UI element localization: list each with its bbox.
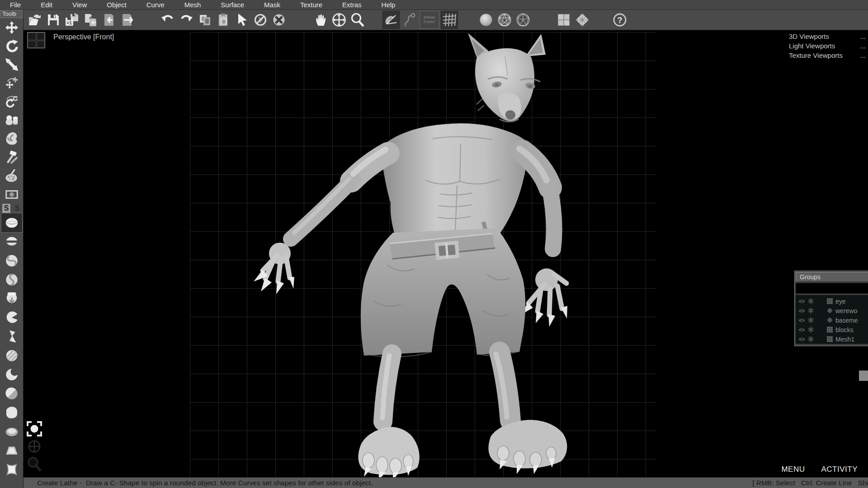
group-row-baseme[interactable]: baseme bbox=[798, 315, 868, 325]
symmetry-toggle-left[interactable]: S bbox=[2, 204, 10, 213]
freeze-asterisk-icon[interactable] bbox=[808, 327, 814, 333]
viewport-list-more-button[interactable]: ... bbox=[860, 33, 866, 40]
groups-filter-input[interactable] bbox=[796, 283, 868, 294]
redo-button[interactable] bbox=[178, 11, 195, 29]
deselect-button[interactable] bbox=[252, 11, 269, 29]
delete-button[interactable] bbox=[270, 11, 288, 29]
undo-button[interactable] bbox=[159, 11, 176, 29]
shape-tool-cap-extrude[interactable] bbox=[1, 289, 22, 308]
quad-view-button[interactable] bbox=[555, 11, 572, 29]
tool-camera-view[interactable] bbox=[1, 185, 22, 203]
menu-extras[interactable]: Extras bbox=[332, 1, 372, 9]
import-button[interactable] bbox=[100, 11, 118, 29]
menu-surface[interactable]: Surface bbox=[211, 1, 254, 9]
tool-primitives[interactable] bbox=[1, 111, 22, 129]
viewport-list-texture-viewports[interactable]: Texture Viewports ... bbox=[789, 51, 866, 60]
quad-view-toggle[interactable] bbox=[27, 32, 45, 48]
shape-tool-pillow[interactable] bbox=[1, 460, 22, 479]
focus-target-button[interactable] bbox=[26, 420, 43, 439]
freeze-asterisk-icon[interactable] bbox=[808, 336, 814, 342]
toolbox-tab[interactable]: Toolb bbox=[0, 10, 23, 18]
diamond-view-button[interactable] bbox=[574, 11, 591, 29]
tool-smear[interactable] bbox=[1, 129, 22, 148]
paste-button[interactable] bbox=[215, 11, 232, 29]
pan-view-button[interactable] bbox=[27, 439, 42, 455]
viewport-3d[interactable]: Perspective [Front] 3D Viewports ... Lig… bbox=[24, 30, 868, 477]
visibility-eye-icon[interactable] bbox=[798, 299, 806, 304]
shape-tool-merge-blend[interactable] bbox=[1, 384, 22, 403]
group-row-blocks[interactable]: blocks bbox=[798, 325, 868, 334]
tool-move[interactable] bbox=[1, 18, 22, 37]
shaded-sphere-button[interactable] bbox=[477, 11, 495, 29]
angle-measure-button[interactable] bbox=[382, 11, 400, 29]
viewport-list-light-viewports[interactable]: Light Viewports ... bbox=[789, 41, 866, 51]
shape-tool-split-sphere[interactable] bbox=[1, 232, 22, 251]
copy-button[interactable] bbox=[196, 11, 213, 29]
symmetry-toggle-right[interactable]: S bbox=[13, 204, 21, 213]
menu-button[interactable]: MENU bbox=[781, 465, 805, 474]
wireframe-sphere-2-button[interactable] bbox=[514, 11, 532, 29]
freeze-asterisk-icon[interactable] bbox=[808, 308, 814, 314]
menu-help[interactable]: Help bbox=[372, 1, 406, 9]
freeze-asterisk-icon[interactable] bbox=[808, 298, 814, 304]
visibility-eye-icon[interactable] bbox=[798, 308, 806, 314]
tool-soft-rotate[interactable] bbox=[1, 92, 22, 111]
side-scrollbar-handle[interactable] bbox=[859, 371, 868, 381]
wireframe-sphere-button[interactable] bbox=[496, 11, 513, 29]
move-view-button[interactable] bbox=[330, 11, 348, 29]
menu-edit[interactable]: Edit bbox=[31, 1, 62, 9]
group-label[interactable]: blocks bbox=[835, 326, 854, 333]
menu-mask[interactable]: Mask bbox=[254, 1, 290, 9]
shape-tool-noise-blob[interactable] bbox=[1, 346, 22, 365]
menu-view[interactable]: View bbox=[62, 1, 97, 9]
group-label[interactable]: Mesh1 bbox=[835, 336, 854, 343]
open-button[interactable] bbox=[26, 11, 43, 29]
groups-panel-title[interactable]: Groups bbox=[796, 272, 868, 282]
visibility-eye-icon[interactable] bbox=[798, 327, 806, 333]
help-button[interactable]: ? bbox=[611, 11, 628, 29]
draw-point-button[interactable]: DRAW POINT bbox=[420, 11, 439, 29]
group-row-eye[interactable]: eye bbox=[798, 296, 868, 306]
pan-button[interactable] bbox=[312, 11, 329, 29]
shape-tool-bend-ribbon[interactable] bbox=[1, 327, 22, 346]
group-label[interactable]: eye bbox=[835, 298, 846, 305]
shape-tool-disc[interactable] bbox=[1, 422, 22, 441]
zoom-view-button[interactable] bbox=[349, 11, 366, 29]
shape-tool-cut-wedge[interactable] bbox=[1, 308, 22, 327]
draw-curve-button[interactable] bbox=[401, 11, 418, 29]
menu-mesh[interactable]: Mesh bbox=[175, 1, 211, 9]
export-button[interactable] bbox=[119, 11, 136, 29]
werewolf-model[interactable] bbox=[252, 30, 577, 477]
shape-tool-bite[interactable] bbox=[1, 365, 22, 384]
menu-file[interactable]: File bbox=[0, 1, 31, 9]
group-label[interactable]: baseme bbox=[835, 317, 858, 324]
activity-button[interactable]: ACTIVITY bbox=[821, 465, 858, 474]
shape-tool-lathe[interactable] bbox=[1, 213, 22, 232]
shape-tool-twist-2[interactable] bbox=[1, 270, 22, 289]
menu-curve[interactable]: Curve bbox=[137, 1, 175, 9]
viewport-list-more-button[interactable]: ... bbox=[860, 52, 866, 59]
shape-tool-twist[interactable] bbox=[1, 251, 22, 270]
viewport-list-more-button[interactable]: ... bbox=[860, 42, 866, 50]
freeze-asterisk-icon[interactable] bbox=[808, 317, 814, 323]
select-button[interactable] bbox=[233, 11, 250, 29]
visibility-eye-icon[interactable] bbox=[798, 337, 806, 342]
visibility-eye-icon[interactable] bbox=[798, 318, 806, 323]
save-increment-button[interactable]: +1 bbox=[63, 11, 80, 29]
save-button[interactable] bbox=[45, 11, 62, 29]
shape-tool-blob[interactable] bbox=[1, 403, 22, 422]
group-row-mesh1[interactable]: Mesh1 bbox=[798, 334, 868, 344]
shape-tool-taper[interactable] bbox=[1, 441, 22, 460]
grid-snap-button[interactable] bbox=[441, 11, 458, 29]
tool-paint[interactable] bbox=[1, 166, 22, 185]
tool-hard-tools[interactable] bbox=[1, 148, 22, 166]
group-label[interactable]: werewo bbox=[835, 307, 857, 314]
tool-rotate[interactable] bbox=[1, 37, 22, 55]
menu-object[interactable]: Object bbox=[97, 1, 136, 9]
export-merge-button[interactable] bbox=[82, 11, 99, 29]
group-row-werewo[interactable]: werewo bbox=[798, 306, 868, 315]
viewport-list-3d-viewports[interactable]: 3D Viewports ... bbox=[789, 32, 866, 41]
menu-texture[interactable]: Texture bbox=[290, 1, 332, 9]
tool-soft-move[interactable] bbox=[1, 74, 22, 92]
zoom-view-corner-button[interactable] bbox=[26, 456, 42, 474]
